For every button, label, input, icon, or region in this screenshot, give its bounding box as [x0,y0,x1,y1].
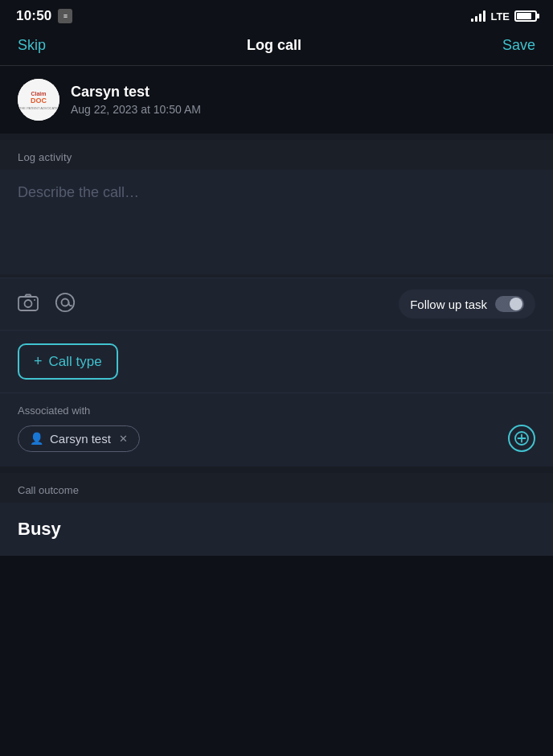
contact-row: Claim DOC THE PATIENT ADVOCATE Carsyn te… [0,66,553,134]
call-outcome-label: Call outcome [0,473,553,503]
call-type-button[interactable]: + Call type [18,343,118,380]
avatar: Claim DOC THE PATIENT ADVOCATE [18,79,59,121]
contact-name: Carsyn test [71,84,201,101]
page-title: Log call [247,37,301,54]
status-time: 10:50 [16,8,51,24]
follow-up-label: Follow up task [410,298,487,311]
follow-up-container: Follow up task [399,290,535,318]
svg-text:DOC: DOC [31,97,47,105]
svg-point-6 [34,299,35,301]
toggle-knob [510,298,522,310]
svg-rect-4 [18,297,38,310]
svg-text:THE PATIENT ADVOCATE: THE PATIENT ADVOCATE [19,106,58,110]
person-icon: 👤 [30,432,43,445]
status-icons: LTE [471,10,537,23]
associated-tag-name: Carsyn test [50,432,111,446]
associated-section: Associated with 👤 Carsyn test ✕ [0,392,553,466]
associated-label: Associated with [18,405,535,417]
lte-label: LTE [490,10,510,23]
describe-textarea[interactable] [0,170,553,274]
call-type-label: Call type [49,354,102,370]
toolbar-row: Follow up task [0,277,553,330]
nav-bar: Skip Log call Save [0,29,553,66]
avatar-logo-svg: Claim DOC THE PATIENT ADVOCATE [18,79,59,121]
status-bar: 10:50 ≡ LTE [0,0,553,29]
battery-icon [514,10,537,22]
tag-close-icon[interactable]: ✕ [119,433,128,445]
add-associated-button[interactable] [508,425,535,452]
skip-button[interactable]: Skip [18,37,46,54]
associated-tag[interactable]: 👤 Carsyn test ✕ [18,425,140,452]
at-icon[interactable] [55,292,76,316]
contact-date: Aug 22, 2023 at 10:50 AM [71,103,201,116]
follow-up-toggle[interactable] [495,296,524,312]
call-outcome-section: Call outcome Busy [0,473,553,556]
contact-info: Carsyn test Aug 22, 2023 at 10:50 AM [71,84,201,116]
save-button[interactable]: Save [502,37,535,54]
section-divider-2 [0,466,553,473]
plus-icon: + [34,353,43,370]
svg-point-5 [25,300,32,307]
associated-row: 👤 Carsyn test ✕ [18,425,535,452]
outcome-value: Busy [18,519,61,539]
svg-point-8 [62,299,69,306]
svg-point-7 [56,294,74,311]
section-divider [0,134,553,140]
call-type-section: + Call type [0,330,553,392]
signal-icon [471,10,485,22]
outcome-value-row[interactable]: Busy [0,503,553,556]
plus-circle-icon [514,431,529,446]
log-activity-section: Log activity Follow up task [0,140,553,466]
log-activity-label: Log activity [0,140,553,170]
svg-text:Claim: Claim [31,91,46,97]
id-icon: ≡ [58,9,72,23]
camera-icon[interactable] [18,292,39,316]
